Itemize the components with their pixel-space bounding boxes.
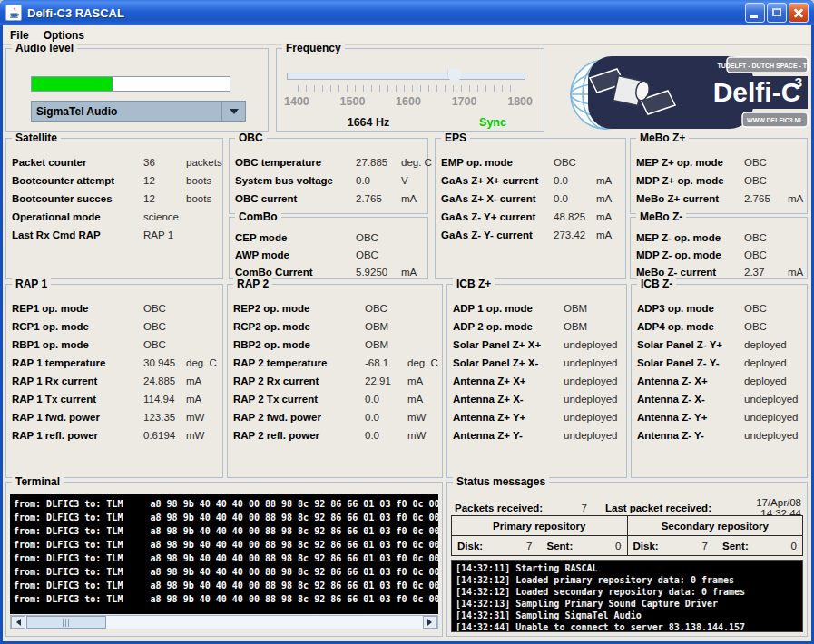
menu-item[interactable]: Options — [44, 29, 84, 42]
delfi-c3-logo: TUDELFT - DUTCH SPACE - TNO WWW.DELFIC3.… — [564, 51, 809, 134]
row-label: MDP Z- op. mode — [636, 249, 744, 260]
row-value: deployed — [744, 357, 808, 368]
row-unit: mA — [788, 193, 805, 204]
scroll-left-button[interactable] — [11, 616, 25, 629]
row-unit: mW — [407, 430, 440, 441]
status-log[interactable]: [14:32:11] Starting RASCAL[14:32:12] Loa… — [451, 560, 803, 632]
scrollbar-thumb[interactable] — [26, 616, 106, 629]
column-data: Disk: 7 Sent: 0 — [628, 536, 803, 555]
row-value: RAP 1 — [143, 229, 186, 240]
row-unit: mA — [401, 267, 426, 278]
audio-device-select[interactable]: SigmaTel Audio — [31, 101, 246, 122]
disk-value: 7 — [670, 541, 723, 551]
row-value: 48.825 — [554, 211, 596, 222]
sent-value: 0 — [584, 541, 622, 551]
row-unit: mA — [407, 376, 440, 386]
row-label: MeBo Z+ current — [636, 193, 744, 204]
telemetry-rows: Packet counter36packetsBootcounter attem… — [12, 153, 221, 244]
row-label: Antenna Z+ X+ — [453, 376, 564, 386]
maximize-button[interactable] — [767, 3, 787, 23]
panel-title: MeBo Z- — [636, 210, 686, 223]
row-label: ADP3 op. mode — [637, 303, 744, 314]
telemetry-rows: ADP 1 op. modeOBMADP 2 op. modeOBMSolar … — [453, 299, 624, 444]
telemetry-row: RCP1 op. modeOBC — [12, 317, 221, 336]
mebo-zminus-panel: MeBo Z- MEP Z- op. modeOBCMDP Z- op. mod… — [630, 217, 808, 279]
audio-level-panel: Audio level SigmaTel Audio — [5, 48, 269, 132]
close-button[interactable] — [789, 3, 809, 23]
telemetry-row: RAP 1 refl. power0.6194mW — [12, 426, 221, 444]
row-label: RAP 1 Tx current — [12, 394, 143, 405]
row-label: MEP Z- op. mode — [636, 232, 744, 243]
scroll-right-button[interactable] — [423, 616, 437, 629]
scrollbar-track[interactable] — [25, 616, 423, 629]
combo-panel: ComBo CEP modeOBCAWP modeOBCComBo Curren… — [229, 217, 428, 279]
telemetry-row: RAP 2 Tx current0.0mA — [233, 390, 440, 408]
rap1-panel: RAP 1 REP1 op. modeOBCRCP1 op. modeOBCRB… — [5, 284, 223, 478]
last-packet-label: Last packet received: — [605, 503, 719, 513]
terminal-line: from: DLFIC3 to: TLM a8 98 9b 40 40 40 0… — [14, 579, 438, 592]
frequency-slider-track[interactable] — [287, 73, 525, 80]
rap2-panel: RAP 2 REP2 op. modeOBCRCP2 op. modeOBMRB… — [227, 284, 443, 478]
row-value: 0.0 — [356, 175, 401, 186]
row-value: 123.35 — [143, 412, 186, 423]
row-label: MeBo Z- current — [636, 267, 744, 278]
row-value: 114.94 — [143, 394, 186, 405]
row-unit: mA — [596, 211, 623, 222]
row-unit: deg. C — [407, 357, 440, 368]
combo-dropdown-button[interactable] — [221, 102, 245, 121]
audio-level-fill — [32, 77, 113, 91]
telemetry-row: ADP4 op. modeOBC — [637, 317, 805, 336]
row-label: RAP 2 refl. power — [233, 430, 365, 441]
row-value: OBM — [365, 321, 407, 332]
row-value: OBC — [744, 157, 788, 168]
telemetry-row: Last Rx Cmd RAPRAP 1 — [12, 226, 221, 244]
minimize-button[interactable] — [745, 3, 765, 23]
row-label: Antenna Z- X+ — [637, 376, 744, 386]
window-title: Delfi-C3 RASCAL — [27, 6, 124, 20]
row-label: Antenna Z- Y+ — [637, 412, 744, 423]
row-label: RAP 2 Rx current — [233, 376, 365, 386]
telemetry-row: Antenna Z- Y+undeployed — [637, 408, 805, 426]
row-unit: mA — [186, 376, 221, 386]
row-unit: mW — [186, 412, 221, 423]
terminal-line: from: DLFIC3 to: TLM a8 98 9b 40 40 40 0… — [14, 538, 438, 551]
row-unit: deg. C — [186, 357, 221, 368]
telemetry-row: Solar Panel Z+ X-undeployed — [453, 354, 624, 372]
repository-table: Primary repository Disk: 7 Sent: 0 Secon… — [451, 515, 803, 556]
telemetry-row: RAP 2 refl. power0.0mW — [233, 426, 440, 444]
row-label: Antenna Z+ Y+ — [453, 412, 564, 423]
row-value: 0.0 — [365, 412, 407, 423]
column-data: Disk: 7 Sent: 0 — [452, 536, 627, 555]
row-value: 0.0 — [365, 430, 407, 441]
panel-title: MeBo Z+ — [636, 132, 689, 144]
terminal-output[interactable]: from: DLFIC3 to: TLM a8 98 9b 40 40 40 0… — [10, 494, 438, 614]
row-label: RAP 2 fwd. power — [233, 412, 365, 423]
sync-status: Sync — [463, 116, 523, 129]
telemetry-row: OBC current2.765mA — [235, 190, 426, 208]
primary-repository-column: Primary repository Disk: 7 Sent: 0 — [452, 516, 627, 555]
telemetry-row: Antenna Z+ X+undeployed — [453, 372, 624, 390]
row-value: science — [143, 211, 186, 222]
menu-item[interactable]: File — [10, 29, 29, 42]
telemetry-rows: MEP Z+ op. modeOBCMDP Z+ op. modeOBCMeBo… — [636, 153, 805, 208]
row-value: OBM — [365, 339, 407, 350]
row-label: REP1 op. mode — [12, 303, 143, 314]
java-icon — [5, 5, 22, 21]
log-line: [14:32:44] Unable to connect to server 8… — [456, 621, 802, 632]
terminal-line: from: DLFIC3 to: TLM a8 98 9b 40 40 40 0… — [14, 592, 438, 606]
telemetry-row: Bootcounter attempt12boots — [12, 171, 221, 190]
telemetry-row: Antenna Z+ Y+undeployed — [453, 408, 624, 426]
title-bar[interactable]: Delfi-C3 RASCAL — [0, 0, 814, 25]
terminal-hscrollbar[interactable] — [10, 615, 438, 629]
telemetry-row: Antenna Z- Y-undeployed — [637, 426, 805, 444]
mebo-zplus-panel: MeBo Z+ MEP Z+ op. modeOBCMDP Z+ op. mod… — [630, 138, 808, 214]
log-line: [14:32:13] Sampling Primary Sound Captur… — [456, 598, 802, 610]
telemetry-row: GaAs Z- Y+ current48.825mA — [441, 208, 623, 226]
row-value: undeployed — [564, 357, 627, 368]
row-label: Bootcounter succes — [12, 193, 143, 204]
telemetry-rows: REP1 op. modeOBCRCP1 op. modeOBCRBP1 op.… — [12, 299, 221, 444]
row-value: 2.37 — [744, 267, 788, 278]
row-value: undeployed — [744, 430, 808, 441]
frequency-slider-thumb[interactable] — [448, 69, 462, 84]
row-value: OBC — [143, 303, 186, 314]
